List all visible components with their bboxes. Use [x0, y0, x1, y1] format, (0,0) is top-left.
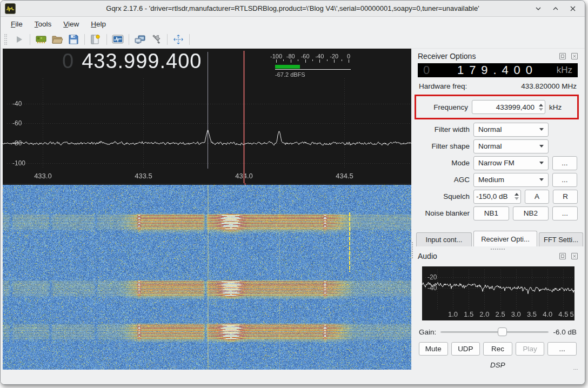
- float-panel-button[interactable]: [559, 53, 566, 59]
- agc-label: AGC: [418, 176, 470, 184]
- tools-button[interactable]: [148, 32, 164, 47]
- squelch-reset-button[interactable]: R: [553, 190, 578, 204]
- maximize-button[interactable]: [551, 4, 560, 13]
- play-button[interactable]: Play: [516, 342, 545, 356]
- panel-title: Receiver Options: [418, 52, 554, 61]
- audio-options-button[interactable]: ...: [547, 342, 577, 356]
- spin-arrows-icon[interactable]: [537, 101, 545, 113]
- chevron-down-icon: [539, 178, 544, 181]
- panel-splitter[interactable]: [411, 49, 414, 370]
- screen: Gqrx 2.17.6 - 'driver=rtlsdr,manufacture…: [0, 0, 588, 388]
- remote-control-button[interactable]: [132, 32, 148, 47]
- agc-value: Medium: [478, 176, 504, 184]
- dock-resize-handle[interactable]: [491, 249, 505, 250]
- close-button[interactable]: [569, 4, 577, 13]
- toolbar-separator: [106, 34, 107, 45]
- meter-tick-label: -60: [301, 53, 310, 59]
- dbfs-value: -67.2 dBFS: [275, 71, 354, 78]
- noise-blanker-label: Noise blanker: [418, 209, 470, 217]
- squelch-spinbox[interactable]: -150,0 dB: [473, 190, 521, 204]
- slider-groove[interactable]: [440, 331, 549, 333]
- mode-options-button[interactable]: ...: [552, 156, 577, 170]
- audio-spectrum-canvas[interactable]: [422, 266, 574, 320]
- mute-button[interactable]: Mute: [419, 342, 448, 356]
- audio-spectrum-plot[interactable]: [422, 266, 578, 323]
- frequency-unit: kHz: [549, 103, 562, 111]
- chevron-down-icon: [539, 145, 544, 148]
- lcd-unit: kHz: [557, 65, 572, 76]
- frequency-spinbox[interactable]: 433999,400: [472, 100, 545, 114]
- bookmarks-button[interactable]: [88, 32, 104, 47]
- audio-panel-title: Audio: [418, 252, 554, 260]
- iq-rebalance-button[interactable]: [170, 32, 186, 47]
- save-file-button[interactable]: [65, 32, 82, 47]
- filter-width-select[interactable]: Normal: [473, 123, 549, 137]
- squelch-value[interactable]: -150,0 dB: [474, 190, 512, 203]
- meter-tick-label: -80: [286, 53, 295, 59]
- frequency-highlight-box: Frequency 433999,400 kHz: [415, 95, 579, 119]
- minimize-button[interactable]: [534, 4, 543, 13]
- frequency-label: Frequency: [416, 103, 468, 111]
- start-dsp-button[interactable]: [11, 32, 27, 47]
- slider-handle[interactable]: [498, 327, 507, 336]
- move-crosshair-icon: [173, 34, 184, 45]
- hardware-freq-label: Hardware freq:: [419, 82, 467, 90]
- waterfall-display[interactable]: [3, 183, 411, 371]
- filter-shape-label: Filter shape: [418, 142, 470, 150]
- offset-frequency-lcd[interactable]: 0 179.400 kHz: [418, 63, 578, 77]
- mode-select[interactable]: Narrow FM: [473, 156, 549, 170]
- toolbar-drag-handle[interactable]: [4, 34, 7, 45]
- tab-receiver-options[interactable]: Receiver Opti...: [473, 231, 537, 246]
- lcd-dim-digit: 0: [423, 63, 430, 77]
- dock-tabs: Input cont... Receiver Opti... FFT Setti…: [416, 231, 583, 246]
- filter-width-value: Normal: [478, 125, 502, 133]
- udp-button[interactable]: UDP: [451, 342, 480, 356]
- gain-value: -6.0 dB: [553, 328, 577, 336]
- waterfall-canvas[interactable]: [3, 183, 411, 371]
- menu-tools[interactable]: Tools: [30, 18, 57, 30]
- frequency-value[interactable]: 433999,400: [472, 101, 537, 113]
- filter-width-label: Filter width: [418, 125, 470, 133]
- toolbar: [1, 31, 585, 49]
- close-audio-panel-button[interactable]: [571, 253, 578, 259]
- tab-input-controls[interactable]: Input cont...: [416, 232, 472, 246]
- mode-label: Mode: [418, 159, 470, 167]
- menu-file[interactable]: File: [6, 18, 28, 30]
- configure-device-button[interactable]: [33, 32, 49, 47]
- tab-fft-settings[interactable]: FFT Setti...: [539, 232, 583, 246]
- spin-arrows-icon[interactable]: [512, 190, 520, 203]
- menu-help[interactable]: Help: [86, 18, 111, 30]
- remote-computers-icon: [134, 34, 146, 45]
- close-panel-button[interactable]: [571, 53, 578, 59]
- toolbar-separator: [30, 34, 30, 45]
- meter-baseline: [275, 69, 351, 70]
- open-file-button[interactable]: [49, 32, 65, 47]
- meter-tick-label: -40: [315, 53, 324, 59]
- signal-level-bar: [275, 65, 300, 69]
- gain-label: Gain:: [419, 328, 436, 336]
- rf-spectrum-plot[interactable]: 0433.999.400 -100 -80 -60 -40 -20 0: [3, 49, 411, 183]
- agc-select[interactable]: Medium: [473, 173, 549, 187]
- main-frequency-display[interactable]: 0433.999.400: [62, 50, 202, 73]
- meter-ticks: [276, 59, 349, 63]
- menu-view[interactable]: View: [58, 18, 84, 30]
- filter-shape-select[interactable]: Normal: [473, 139, 549, 153]
- audio-gain-slider[interactable]: [440, 327, 549, 336]
- fft-display-icon: [112, 34, 124, 45]
- frequency-dim-digit: 0: [62, 50, 74, 72]
- noise-blanker-options-button[interactable]: ...: [552, 206, 578, 220]
- nb2-button[interactable]: NB2: [513, 206, 549, 220]
- play-icon: [14, 34, 24, 45]
- float-audio-panel-button[interactable]: [559, 253, 566, 259]
- audio-buttons: Mute UDP Rec Play ...: [419, 342, 577, 356]
- squelch-auto-button[interactable]: A: [525, 190, 549, 204]
- filter-shape-value: Normal: [478, 142, 502, 150]
- hardware-freq-value: 433.820000 MHz: [521, 82, 577, 90]
- nb1-button[interactable]: NB1: [473, 206, 509, 220]
- fft-plot-button[interactable]: [110, 32, 126, 47]
- sdr-device-icon: [35, 34, 47, 45]
- agc-options-button[interactable]: ...: [552, 173, 577, 187]
- dsp-status-label: DSP: [418, 361, 578, 369]
- rec-button[interactable]: Rec: [483, 342, 512, 356]
- gqrx-window: Gqrx 2.17.6 - 'driver=rtlsdr,manufacture…: [0, 0, 585, 385]
